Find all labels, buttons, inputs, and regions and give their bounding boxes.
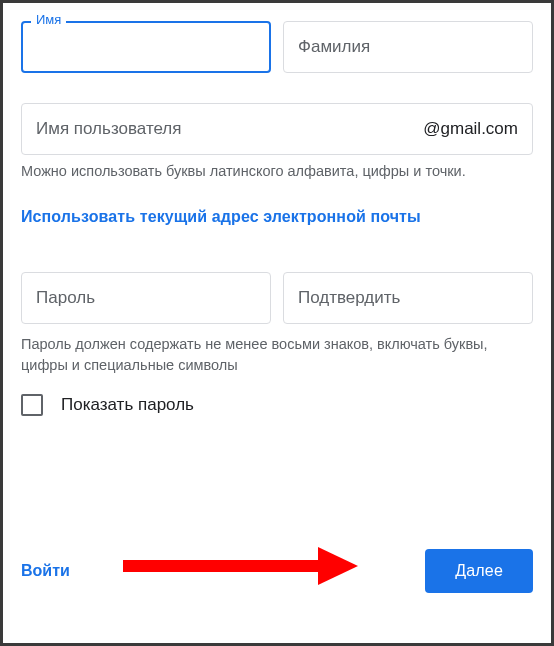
- next-button[interactable]: Далее: [425, 549, 533, 593]
- signin-link[interactable]: Войти: [21, 562, 70, 580]
- first-name-field-wrap: Имя: [21, 21, 271, 73]
- password-row: [21, 272, 533, 324]
- username-input[interactable]: [36, 104, 423, 154]
- first-name-label: Имя: [31, 12, 66, 27]
- last-name-input[interactable]: [283, 21, 533, 73]
- signup-form: Имя @gmail.com Можно использовать буквы …: [0, 0, 554, 646]
- password-input[interactable]: [21, 272, 271, 324]
- confirm-password-field-wrap: [283, 272, 533, 324]
- name-row: Имя: [21, 21, 533, 73]
- password-field-wrap: [21, 272, 271, 324]
- email-suffix: @gmail.com: [423, 119, 518, 139]
- first-name-input[interactable]: [21, 21, 271, 73]
- bottom-row: Войти Далее: [21, 549, 533, 593]
- last-name-field-wrap: [283, 21, 533, 73]
- username-hint: Можно использовать буквы латинского алфа…: [21, 161, 533, 182]
- confirm-password-input[interactable]: [283, 272, 533, 324]
- password-section: Пароль должен содержать не менее восьми …: [21, 272, 533, 416]
- username-row: @gmail.com Можно использовать буквы лати…: [21, 103, 533, 182]
- username-field-wrap: @gmail.com: [21, 103, 533, 155]
- show-password-checkbox[interactable]: [21, 394, 43, 416]
- use-current-email-link[interactable]: Использовать текущий адрес электронной п…: [21, 208, 421, 226]
- password-hint: Пароль должен содержать не менее восьми …: [21, 334, 533, 376]
- show-password-row: Показать пароль: [21, 394, 533, 416]
- show-password-label: Показать пароль: [61, 395, 194, 415]
